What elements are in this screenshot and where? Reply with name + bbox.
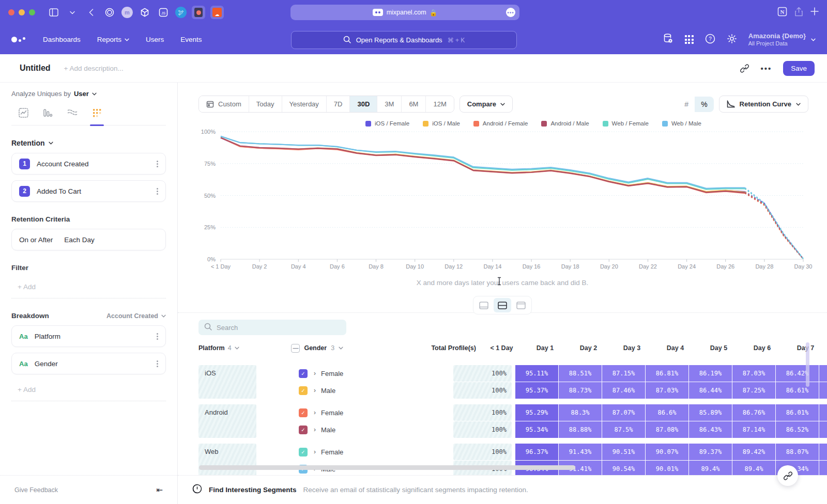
minimize-window-button[interactable]	[19, 9, 25, 15]
step-options-icon[interactable]	[157, 161, 158, 167]
range-7d[interactable]: 7D	[327, 96, 350, 112]
retention-cell[interactable]: 95.37%	[515, 382, 558, 399]
retention-cell[interactable]: 90.51%	[602, 444, 645, 460]
retention-cell[interactable]: 88.51%	[559, 365, 602, 382]
legend-item[interactable]: iOS / Female	[365, 120, 409, 127]
retention-section-header[interactable]: Retention	[11, 139, 166, 147]
retention-cell[interactable]: 95.34%	[515, 421, 558, 438]
row-checkbox[interactable]: ✓	[299, 408, 308, 417]
nav-events[interactable]: Events	[180, 36, 202, 43]
platform-cell[interactable]: iOS	[198, 365, 256, 399]
address-bar[interactable]: mixpanel.com 🔒 •••	[290, 5, 519, 20]
retention-cell[interactable]: 95.29%	[515, 404, 558, 421]
retention-cell[interactable]: 83.27%	[819, 365, 827, 382]
day-column-header[interactable]: Day 6	[741, 344, 784, 352]
close-window-button[interactable]	[8, 9, 14, 15]
retention-cell[interactable]: 83.01%	[819, 404, 827, 421]
table-focus-view-button[interactable]	[512, 298, 530, 312]
legend-item[interactable]: Android / Female	[473, 120, 528, 127]
retention-cell[interactable]: 89.37%	[689, 444, 732, 460]
nav-users[interactable]: Users	[146, 36, 164, 43]
table-search-input[interactable]: Search	[198, 320, 346, 335]
retention-chart[interactable]: 100%75%50%25%0%	[221, 132, 803, 259]
day-column-header[interactable]: Day 1	[524, 344, 566, 352]
absolute-toggle-button[interactable]: #	[678, 97, 695, 112]
retention-cell[interactable]: 86.6%	[646, 404, 688, 421]
give-feedback-link[interactable]: Give Feedback	[14, 486, 58, 494]
retention-cell[interactable]: 86.43%	[689, 421, 732, 438]
soundcloud-tab-icon[interactable]: ☁	[210, 6, 224, 19]
collapse-sidebar-icon[interactable]: ⇤	[156, 485, 163, 495]
retention-cell[interactable]: 88.3%	[559, 404, 602, 421]
retention-cell[interactable]: 89.42%	[732, 444, 775, 460]
retention-cell[interactable]: 86.81%	[646, 365, 688, 382]
filter-add-button[interactable]: + Add	[11, 277, 166, 298]
retention-cell[interactable]: 85.52%	[819, 444, 827, 460]
retention-cell[interactable]: 87.15%	[602, 365, 645, 382]
retention-cell[interactable]: 87.08%	[646, 421, 688, 438]
save-button[interactable]: Save	[783, 61, 815, 76]
project-selector[interactable]: Amazonia {Demo}All Project Data	[748, 32, 816, 48]
step-options-icon[interactable]	[157, 188, 158, 195]
share-icon[interactable]	[794, 7, 803, 19]
platform-cell[interactable]: Android	[198, 404, 256, 438]
window-controls[interactable]	[8, 9, 35, 15]
row-checkbox[interactable]: ✓	[299, 369, 308, 378]
range-30d[interactable]: 30D	[350, 96, 377, 112]
retention-cell[interactable]: 86.61%	[776, 382, 819, 399]
retention-step-2[interactable]: 2 Added To Cart	[11, 180, 166, 202]
range-6m[interactable]: 6M	[402, 96, 426, 112]
retention-cell[interactable]: 83.22%	[819, 421, 827, 438]
retention-cell[interactable]: 87.03%	[646, 382, 688, 399]
mixpanel-logo-icon[interactable]	[11, 37, 25, 42]
breakdown-platform[interactable]: Aa Platform	[11, 325, 166, 347]
expand-chevron-icon[interactable]: ›	[314, 387, 316, 394]
nav-reports[interactable]: Reports	[97, 36, 129, 43]
bird-extension-icon[interactable]: 🕊	[175, 7, 187, 18]
compare-button[interactable]: Compare	[460, 96, 513, 113]
range-12m[interactable]: 12M	[426, 96, 453, 112]
share-link-button[interactable]	[777, 465, 798, 486]
day-column-header[interactable]: Day 5	[697, 344, 740, 352]
retention-cell[interactable]: 88.07%	[776, 444, 819, 460]
retention-cell[interactable]: 87.5%	[602, 421, 645, 438]
day-column-header[interactable]: Day 4	[654, 344, 697, 352]
notion-icon[interactable]: N	[777, 7, 787, 19]
row-checkbox[interactable]: ✓	[299, 386, 308, 395]
retention-cell[interactable]: 90.54%	[602, 461, 645, 475]
expand-chevron-icon[interactable]: ›	[314, 370, 316, 377]
breakdown-options-icon[interactable]	[157, 333, 158, 340]
legend-item[interactable]: Web / Female	[603, 120, 649, 127]
chevron-down-icon[interactable]	[67, 7, 78, 18]
segments-title[interactable]: Find Interesting Segments	[209, 486, 297, 494]
platform-column-header[interactable]: Platform 4	[198, 344, 249, 352]
retention-step-1[interactable]: 1 Account Created	[11, 153, 166, 175]
tab-funnels[interactable]	[42, 105, 54, 125]
add-description[interactable]: + Add description...	[64, 65, 124, 72]
breakdown-scope-selector[interactable]: Account Created	[106, 312, 166, 320]
day-column-header[interactable]: Day 3	[610, 344, 653, 352]
retention-cell[interactable]: 89.4%	[689, 461, 732, 475]
row-checkbox[interactable]: ✓	[299, 448, 308, 456]
legend-item[interactable]: iOS / Male	[423, 120, 460, 127]
new-tab-icon[interactable]	[810, 7, 819, 18]
retention-cell[interactable]: 95.11%	[515, 365, 558, 382]
expand-chevron-icon[interactable]: ›	[314, 409, 316, 416]
select-all-checkbox[interactable]: —	[291, 344, 300, 353]
breakdown-add-button[interactable]: + Add	[11, 380, 166, 401]
retention-cell[interactable]: 86.44%	[689, 382, 732, 399]
help-icon[interactable]: ?	[705, 34, 715, 46]
tab-flows[interactable]	[66, 105, 79, 125]
data-management-icon[interactable]	[663, 33, 673, 46]
total-profiles-header[interactable]: Total Profile(s)	[425, 344, 476, 352]
retention-cell[interactable]: 85.89%	[689, 404, 732, 421]
retention-cell[interactable]: 83.52%	[819, 382, 827, 399]
horizontal-scrollbar[interactable]	[199, 465, 575, 470]
gender-column-header[interactable]: — Gender 3	[291, 344, 421, 353]
criteria-interval[interactable]: Each Day	[64, 236, 95, 244]
analyze-value[interactable]: User	[74, 90, 89, 98]
retention-cell[interactable]: 87.14%	[732, 421, 775, 438]
js-extension-icon[interactable]: JS	[157, 6, 170, 19]
more-options-icon[interactable]: •••	[760, 64, 772, 73]
criteria-mode[interactable]: On or After	[19, 236, 53, 244]
